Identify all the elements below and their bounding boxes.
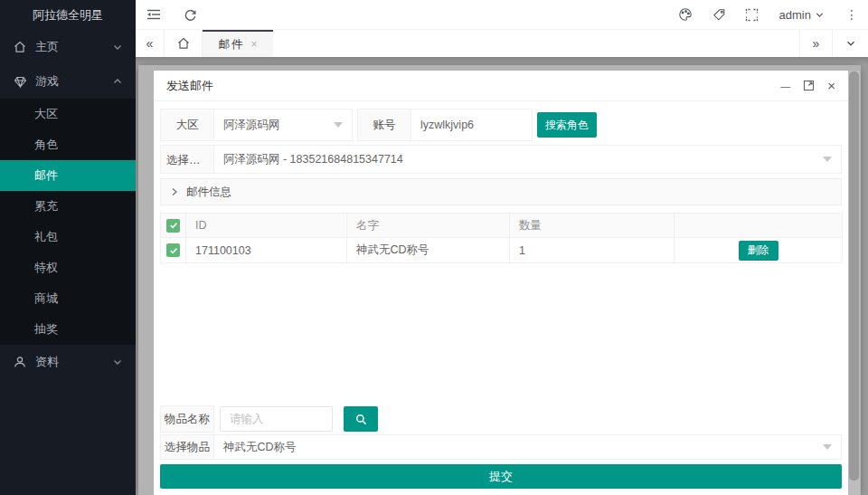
mail-info-collapse[interactable]: 邮件信息 [160,178,842,205]
dialog-title: 发送邮件 [166,78,768,94]
chevron-right-icon [170,187,179,196]
col-header-id: ID [186,214,347,238]
tab-mail[interactable]: 邮件 × [203,30,273,57]
check-icon [169,246,178,255]
sidebar-subitem-mall[interactable]: 商城 [0,283,136,314]
select-item-dropdown[interactable]: 神武无CD称号 [214,434,842,460]
sidebar-item-label: 游戏 [35,73,112,90]
scrollbar-thumb[interactable] [849,71,859,481]
dialog-scrollbar[interactable] [848,71,860,495]
tag-icon[interactable] [703,0,736,29]
refresh-icon[interactable] [172,0,208,29]
more-menu-icon[interactable]: ⋮ [835,0,868,29]
scroll-tabs-right-icon[interactable]: » [799,30,832,57]
col-header-action [675,214,843,238]
delete-button[interactable]: 删除 [739,241,778,261]
home-tab[interactable] [165,30,203,57]
tab-label: 邮件 [218,37,244,52]
sidebar-item-label: 主页 [35,39,112,55]
tab-bar: « 邮件 × » [136,30,868,57]
username: admin [779,8,811,22]
dialog-header: 发送邮件 — × [154,71,848,101]
sidebar-subitem-gift[interactable]: 礼包 [0,222,136,252]
chevron-up-icon [112,76,123,87]
minimize-icon[interactable]: — [780,81,790,91]
row-checkbox[interactable] [166,243,180,257]
account-input-value: lyzwlkjvip6 [420,119,474,131]
close-icon[interactable]: × [827,78,835,93]
account-input[interactable]: lyzwlkjvip6 [411,109,533,141]
mail-items-table: ID 名字 数量 171100103 神武无CD称号 1 删除 [160,213,843,263]
app-title: 阿拉德全明星 [0,0,136,30]
user-menu[interactable]: admin [769,0,835,29]
chevron-down-icon [823,444,832,450]
chevron-down-icon [823,157,832,162]
item-search-button[interactable] [344,406,378,432]
account-label: 账号 [357,109,411,141]
select-all-checkbox[interactable] [166,219,180,233]
gem-icon [13,74,27,89]
search-role-button[interactable]: 搜索角色 [537,112,597,138]
chevron-down-icon [334,122,343,128]
cell-qty: 1 [510,238,675,263]
sidebar-item-home[interactable]: 主页 [0,30,136,64]
chevron-down-icon [112,357,123,367]
select-game-value: 阿泽源码网 - 183521684815347714 [223,152,403,167]
item-name-label: 物品名称 [160,405,214,433]
select-game-dropdown[interactable]: 阿泽源码网 - 183521684815347714 [214,145,842,174]
check-icon [169,221,178,230]
col-header-qty: 数量 [510,214,675,238]
region-select-value: 阿泽源码网 [223,118,280,133]
scroll-tabs-left-icon[interactable]: « [136,30,165,57]
home-icon [13,40,27,54]
table-row: 171100103 神武无CD称号 1 删除 [161,238,843,263]
col-header-name: 名字 [347,214,510,238]
select-item-label: 选择物品 [160,434,214,460]
sidebar-subitem-privilege[interactable]: 特权 [0,252,136,283]
chevron-down-icon [845,38,856,49]
chevron-down-icon [815,10,825,20]
home-icon [177,37,190,50]
fullscreen-icon[interactable] [736,0,769,29]
collapse-sidebar-icon[interactable] [136,0,172,29]
cell-id: 171100103 [186,238,347,263]
maximize-icon[interactable] [803,80,815,91]
header-spacer [208,0,667,29]
submit-button[interactable]: 提交 [160,464,842,489]
tab-close-icon[interactable]: × [250,38,257,51]
region-label: 大区 [160,109,214,141]
select-game-label: 选择游戏... [160,145,214,174]
select-item-value: 神武无CD称号 [223,440,297,455]
sidebar: 阿拉德全明星 主页 游戏 大区 角色 邮件 累充 礼包 特权 商城 抽奖 资料 [0,0,136,495]
user-icon [13,355,27,369]
sidebar-subitem-region[interactable]: 大区 [0,99,136,129]
cell-name: 神武无CD称号 [347,238,510,263]
sidebar-subitem-mail[interactable]: 邮件 [0,160,136,191]
sidebar-subitem-role[interactable]: 角色 [0,129,136,160]
send-mail-dialog: 发送邮件 — × 大区 阿泽源码网 账号 lyzwlkjvip6 搜索角色 选择… [154,71,848,495]
sidebar-subitem-recharge[interactable]: 累充 [0,191,136,222]
table-header-row: ID 名字 数量 [161,214,843,238]
sidebar-item-label: 资料 [35,354,112,370]
tab-options-icon[interactable] [832,30,868,57]
top-header: admin ⋮ [136,0,868,30]
sidebar-item-profile[interactable]: 资料 [0,345,136,379]
tabbar-spacer [273,30,799,57]
mail-info-label: 邮件信息 [186,185,231,200]
item-name-input[interactable] [220,406,333,432]
sidebar-subitem-lottery[interactable]: 抽奖 [0,314,136,345]
chevron-down-icon [112,42,123,52]
sidebar-submenu-games: 大区 角色 邮件 累充 礼包 特权 商城 抽奖 [0,99,136,345]
sidebar-item-games[interactable]: 游戏 [0,64,136,99]
search-icon [355,414,367,425]
theme-palette-icon[interactable] [667,0,703,29]
region-select[interactable]: 阿泽源码网 [214,109,353,141]
